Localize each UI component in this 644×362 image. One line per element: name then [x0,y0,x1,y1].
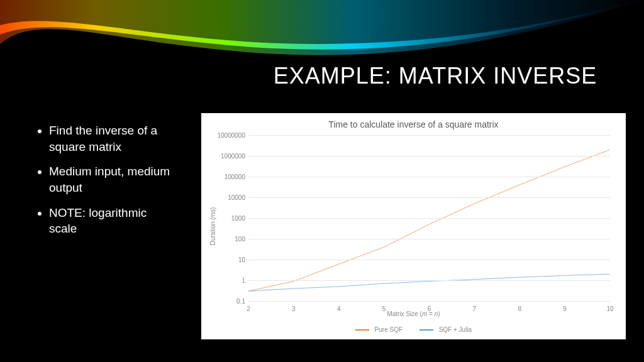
y-tick-label: 10 [211,256,245,263]
y-tick-label: 1000000 [211,153,245,160]
gridline [248,135,610,136]
gridline [248,280,610,281]
legend-swatch [419,329,433,331]
y-tick-label: 0.1 [211,298,245,305]
series-line [248,150,610,291]
gridline [248,301,610,302]
legend-swatch [355,329,369,331]
legend-label: Pure SQF [375,326,402,333]
bullet-item: Find the inverse of a square matrix [49,123,176,155]
series-line [248,274,610,291]
bullet-item: NOTE: logarithmic scale [49,205,176,237]
gridline [248,197,610,198]
gridline [248,239,610,239]
slide-title: EXAMPLE: MATRIX INVERSE [252,63,619,89]
y-tick-label: 100 [211,236,245,243]
legend-item: Pure SQF [355,326,402,333]
chart-title: Time to calculate inverse of a square ma… [201,113,626,129]
y-tick-label: 100000 [211,173,245,180]
chart-panel: Time to calculate inverse of a square ma… [201,113,626,339]
plot-area: 0.11101001000100001000001000000100000002… [248,135,610,302]
y-tick-label: 10000000 [211,132,245,139]
y-tick-label: 10000 [211,194,245,201]
bullet-item: Medium input, medium output [49,163,176,195]
legend-label: SQF + Julia [439,326,472,333]
chart-legend: Pure SQF SQF + Julia [201,326,626,333]
gridline [248,156,610,156]
gridline [248,260,610,260]
y-tick-label: 1 [211,277,245,284]
x-axis-label: Matrix Size (m = n) [201,310,626,317]
gridline [248,218,610,219]
y-tick-label: 1000 [211,215,245,222]
gridline [248,177,610,177]
bullet-list: Find the inverse of a square matrix Medi… [38,123,176,246]
x-axis-label-text: Matrix Size (m = n) [387,310,440,317]
legend-item: SQF + Julia [419,326,472,333]
